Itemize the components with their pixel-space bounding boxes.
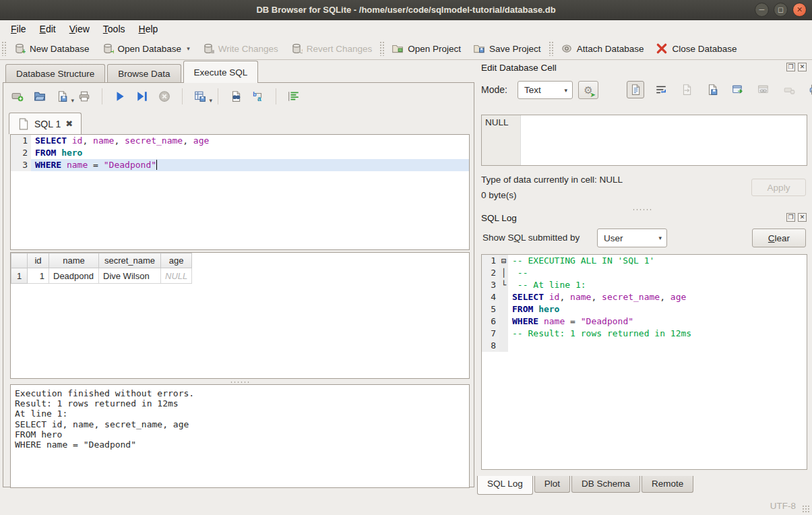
open-external-button[interactable] bbox=[729, 81, 747, 98]
dock-tab-plot[interactable]: Plot bbox=[534, 476, 570, 493]
sql-document-tab[interactable]: SQL 1 ✖ bbox=[9, 113, 82, 134]
close-panel-icon[interactable]: ✕ bbox=[798, 63, 807, 71]
db-open-icon: ➜ bbox=[102, 42, 114, 55]
code-line: 5FROM hero bbox=[482, 303, 807, 315]
export-data-button[interactable] bbox=[704, 81, 721, 98]
column-header-name[interactable]: name bbox=[49, 253, 99, 268]
sql-log-dock-buttons: ❐ ✕ bbox=[786, 213, 807, 222]
save-sql-file-button[interactable]: ▾ bbox=[55, 89, 69, 104]
dock-tab-remote[interactable]: Remote bbox=[642, 476, 693, 493]
close-panel-icon[interactable]: ✕ bbox=[798, 213, 807, 222]
encoding-indicator[interactable]: UTF-8 bbox=[770, 501, 796, 511]
mode-select[interactable]: Text ▾ bbox=[518, 81, 573, 99]
dock-tab-sql-log[interactable]: SQL Log bbox=[477, 476, 533, 495]
toolbar-drag-handle[interactable] bbox=[1, 41, 6, 56]
new-database-button[interactable]: +New Database bbox=[7, 40, 96, 57]
code-line: 3└ -- At line 1: bbox=[482, 279, 807, 291]
fold-marker[interactable]: ⊟ bbox=[499, 255, 508, 267]
float-panel-icon[interactable]: ❐ bbox=[786, 213, 795, 222]
splitter-handle[interactable] bbox=[632, 208, 652, 211]
import-data-icon bbox=[681, 84, 693, 96]
sql-log-editor[interactable]: 1⊟-- EXECUTING ALL IN 'SQL 1'2│ --3└ -- … bbox=[481, 254, 807, 470]
print-icon bbox=[78, 90, 90, 102]
menu-item-view[interactable]: View bbox=[63, 22, 96, 36]
execute-line-button[interactable] bbox=[135, 89, 150, 104]
results-grid[interactable]: idnamesecret_nameage11DeadpondDive Wilso… bbox=[10, 252, 470, 379]
open-url-button[interactable] bbox=[755, 81, 772, 98]
sql-tab-close-icon[interactable]: ✖ bbox=[65, 119, 73, 129]
save-sql-file-icon bbox=[56, 90, 68, 102]
set-null-button[interactable] bbox=[780, 81, 798, 98]
title-bar[interactable]: DB Browser for SQLite - /home/user/code/… bbox=[0, 0, 812, 20]
apply-button[interactable]: Apply bbox=[751, 179, 806, 196]
resize-grip-icon[interactable] bbox=[802, 505, 810, 513]
line-number: 7 bbox=[482, 328, 499, 340]
menu-item-edit[interactable]: Edit bbox=[33, 22, 63, 36]
save-project-button[interactable]: Save Project bbox=[467, 40, 547, 57]
toolbar-button-label: Write Changes bbox=[218, 44, 278, 54]
import-data-button[interactable] bbox=[678, 81, 695, 98]
execution-log[interactable]: Execution finished without errors. Resul… bbox=[10, 384, 470, 488]
tab-browse-data[interactable]: Browse Data bbox=[107, 64, 181, 83]
column-header-age[interactable]: age bbox=[161, 253, 192, 268]
line-number: 5 bbox=[482, 303, 499, 315]
execute-all-button[interactable] bbox=[113, 89, 127, 104]
tab-execute-sql[interactable]: Execute SQL bbox=[183, 61, 259, 83]
save-results-icon bbox=[194, 90, 206, 102]
float-panel-icon[interactable]: ❐ bbox=[786, 63, 795, 71]
line-number: 8 bbox=[482, 340, 499, 352]
print-button[interactable] bbox=[77, 89, 92, 104]
cell[interactable]: Deadpond bbox=[49, 268, 99, 284]
sql-editor[interactable]: 1SELECT id, name, secret_name, age2FROM … bbox=[10, 134, 470, 250]
word-wrap-button[interactable] bbox=[652, 81, 670, 98]
close-database-button[interactable]: Close Database bbox=[650, 40, 743, 57]
close-button[interactable]: ✕ bbox=[792, 3, 807, 17]
stop-button[interactable] bbox=[157, 89, 172, 104]
cell[interactable]: 1 bbox=[28, 268, 49, 284]
text-mode-button[interactable] bbox=[627, 81, 644, 98]
auto-switch-mode-button[interactable]: ⚙➤ bbox=[578, 81, 598, 99]
revert-changes-button[interactable]: ↺Revert Changes bbox=[284, 40, 379, 57]
toolbar-button-label: New Database bbox=[30, 44, 90, 54]
replace-button[interactable]: ba bbox=[251, 89, 266, 104]
svg-text:➜: ➜ bbox=[110, 48, 114, 55]
open-project-button[interactable]: Open Project bbox=[385, 40, 467, 57]
format-sql-button[interactable] bbox=[286, 89, 301, 104]
write-changes-button[interactable]: ■Write Changes bbox=[196, 40, 284, 57]
row-header[interactable]: 1 bbox=[11, 268, 28, 284]
save-results-button[interactable]: ▾ bbox=[193, 89, 208, 104]
splitter-handle[interactable] bbox=[230, 381, 250, 384]
open-url-icon bbox=[757, 84, 770, 96]
find-button[interactable] bbox=[228, 89, 243, 104]
code-line: 8 bbox=[482, 340, 807, 352]
tab-new-button[interactable] bbox=[10, 89, 25, 104]
print-cell-button[interactable] bbox=[806, 81, 812, 98]
open-database-button[interactable]: ➜Open Database▾ bbox=[96, 40, 196, 57]
column-header-secret_name[interactable]: secret_name bbox=[99, 253, 161, 268]
column-header-id[interactable]: id bbox=[28, 253, 49, 268]
table-row[interactable]: 11DeadpondDive WilsonNULL bbox=[11, 268, 192, 284]
replace-icon: ba bbox=[252, 90, 264, 102]
sql-submitter-select[interactable]: User ▾ bbox=[597, 229, 667, 247]
toolbar-separator bbox=[276, 88, 276, 104]
toolbar-drag-handle[interactable] bbox=[379, 41, 384, 56]
menu-item-help[interactable]: Help bbox=[132, 22, 165, 36]
menu-item-tools[interactable]: Tools bbox=[96, 22, 132, 36]
attach-database-button[interactable]: Attach Database bbox=[555, 40, 650, 57]
show-sql-filter-label: Show SQL submitted by bbox=[482, 233, 580, 243]
cell-value-editor[interactable]: NULL bbox=[481, 115, 807, 166]
maximize-button[interactable]: ◻ bbox=[774, 3, 788, 17]
open-sql-file-button[interactable] bbox=[32, 89, 47, 104]
code-line: 1SELECT id, name, secret_name, age bbox=[11, 135, 469, 147]
cell[interactable]: Dive Wilson bbox=[99, 268, 161, 284]
code-text: -- At line 1: bbox=[508, 279, 807, 291]
clear-log-button[interactable]: Clear bbox=[752, 229, 806, 247]
tab-database-structure[interactable]: Database Structure bbox=[5, 64, 105, 83]
dock-tab-db-schema[interactable]: DB Schema bbox=[571, 476, 640, 493]
toolbar-drag-handle[interactable] bbox=[549, 41, 553, 56]
menu-item-file[interactable]: File bbox=[4, 22, 33, 36]
chevron-down-icon: ▾ bbox=[564, 87, 567, 94]
cell[interactable]: NULL bbox=[161, 268, 192, 284]
format-sql-icon bbox=[288, 90, 300, 102]
minimize-button[interactable]: ─ bbox=[755, 3, 769, 17]
